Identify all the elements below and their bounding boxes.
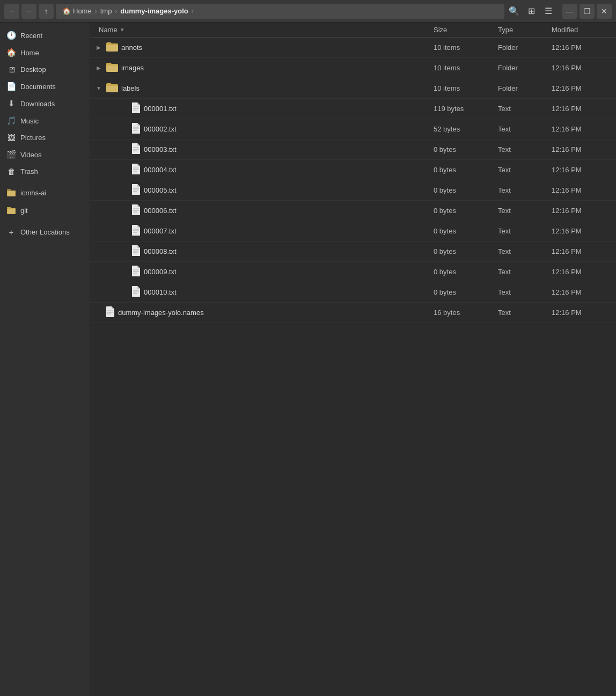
search-button[interactable]: 🔍 xyxy=(507,4,522,19)
table-row[interactable]: 000007.txt0 bytesText12:16 PM xyxy=(90,221,616,241)
titlebar-actions: 🔍 ⊞ ☰ xyxy=(507,4,556,19)
table-row[interactable]: ▶ images10 itemsFolder12:16 PM xyxy=(90,58,616,78)
pictures-icon: 🖼 xyxy=(6,133,16,142)
table-row[interactable]: dummy-images-yolo.names16 bytesText12:16… xyxy=(90,303,616,323)
table-row[interactable]: 000001.txt119 bytesText12:16 PM xyxy=(90,99,616,119)
breadcrumb-home[interactable]: 🏠 Home xyxy=(60,6,94,16)
table-row[interactable]: 000006.txt0 bytesText12:16 PM xyxy=(90,201,616,221)
file-name-cell: dummy-images-yolo.names xyxy=(90,306,434,319)
file-label: images xyxy=(121,64,144,72)
file-size: 0 bytes xyxy=(434,207,498,215)
text-file-icon xyxy=(132,102,141,115)
text-file-icon xyxy=(132,164,141,176)
sidebar-label-downloads: Downloads xyxy=(20,100,83,108)
file-name-cell: ▼ labels xyxy=(90,83,434,94)
file-type: Text xyxy=(498,247,552,255)
restore-button[interactable]: ❐ xyxy=(580,4,595,19)
sidebar-label-desktop: Desktop xyxy=(20,65,83,74)
expand-button[interactable]: ▶ xyxy=(94,64,103,72)
col-type-header[interactable]: Type xyxy=(498,26,552,34)
text-file-icon xyxy=(132,225,141,237)
back-button[interactable]: ← xyxy=(4,4,19,19)
expand-button[interactable]: ▶ xyxy=(94,43,103,52)
sidebar-item-git[interactable]: git xyxy=(0,202,90,219)
expand-button[interactable]: ▼ xyxy=(94,84,103,93)
col-name-label: Name xyxy=(99,26,118,34)
file-label: 000004.txt xyxy=(144,166,177,174)
file-name-cell: 000009.txt xyxy=(90,266,434,278)
file-label: 000007.txt xyxy=(144,227,177,235)
table-row[interactable]: 000004.txt0 bytesText12:16 PM xyxy=(90,160,616,180)
close-button[interactable]: ✕ xyxy=(597,4,612,19)
view-grid-button[interactable]: ⊞ xyxy=(524,4,539,19)
home-icon: 🏠 xyxy=(62,7,71,15)
file-size: 0 bytes xyxy=(434,268,498,276)
breadcrumb-tmp-label: tmp xyxy=(100,7,112,15)
up-button[interactable]: ↑ xyxy=(39,4,54,19)
sidebar-item-music[interactable]: 🎵 Music xyxy=(0,112,90,129)
menu-button[interactable]: ☰ xyxy=(541,4,556,19)
file-modified: 12:16 PM xyxy=(552,84,616,92)
col-modified-header[interactable]: Modified xyxy=(552,26,616,34)
file-name-cell: 000002.txt xyxy=(90,123,434,135)
table-row[interactable]: 000009.txt0 bytesText12:16 PM xyxy=(90,262,616,282)
sidebar-item-home[interactable]: 🏠 Home xyxy=(0,44,90,61)
file-label: 000009.txt xyxy=(144,268,177,276)
folder-icon xyxy=(106,62,118,74)
minimize-button[interactable]: — xyxy=(562,4,577,19)
file-size: 52 bytes xyxy=(434,125,498,133)
sidebar-label-recent: Recent xyxy=(20,32,83,40)
text-file-icon xyxy=(132,143,141,156)
file-name-cell: 000003.txt xyxy=(90,143,434,156)
file-type: Folder xyxy=(498,84,552,92)
breadcrumb-tmp[interactable]: tmp xyxy=(98,6,114,16)
sidebar-item-documents[interactable]: 📄 Documents xyxy=(0,78,90,95)
sidebar-item-downloads[interactable]: ⬇ Downloads xyxy=(0,95,90,112)
sidebar-item-desktop[interactable]: 🖥 Desktop xyxy=(0,61,90,78)
svg-rect-2 xyxy=(8,191,15,196)
trash-icon: 🗑 xyxy=(6,167,16,176)
breadcrumb-sep-1: › xyxy=(95,8,97,15)
sidebar-item-other-locations[interactable]: + Other Locations xyxy=(0,224,90,240)
table-row[interactable]: 000010.txt0 bytesText12:16 PM xyxy=(90,282,616,303)
table-row[interactable]: 000008.txt0 bytesText12:16 PM xyxy=(90,241,616,262)
videos-icon: 🎬 xyxy=(6,150,16,159)
breadcrumb-current[interactable]: dummy-images-yolo xyxy=(118,6,190,16)
sidebar-item-videos[interactable]: 🎬 Videos xyxy=(0,146,90,163)
forward-button[interactable]: → xyxy=(21,4,36,19)
breadcrumb: 🏠 Home › tmp › dummy-images-yolo › xyxy=(56,4,504,19)
file-type: Text xyxy=(498,125,552,133)
file-name-cell: 000007.txt xyxy=(90,225,434,237)
table-row[interactable]: ▼ labels10 itemsFolder12:16 PM xyxy=(90,78,616,99)
file-type: Text xyxy=(498,186,552,194)
text-file-icon xyxy=(132,204,141,217)
file-modified: 12:16 PM xyxy=(552,186,616,194)
content: Name ▼ Size Type Modified ▶ annots10 ite… xyxy=(90,23,616,696)
table-row[interactable]: ▶ annots10 itemsFolder12:16 PM xyxy=(90,38,616,58)
sidebar-item-pictures[interactable]: 🖼 Pictures xyxy=(0,129,90,146)
file-label: labels xyxy=(121,84,140,92)
file-name-cell: 000004.txt xyxy=(90,164,434,176)
file-modified: 12:16 PM xyxy=(552,247,616,255)
sidebar-label-icmhs-ai: icmhs-ai xyxy=(20,189,83,197)
file-name-cell: ▶ annots xyxy=(90,42,434,53)
svg-rect-3 xyxy=(7,207,11,208)
col-name-header[interactable]: Name ▼ xyxy=(90,26,434,34)
file-type: Text xyxy=(498,166,552,174)
file-label: annots xyxy=(121,43,142,52)
file-label: 000010.txt xyxy=(144,288,177,296)
table-row[interactable]: 000002.txt52 bytesText12:16 PM xyxy=(90,119,616,140)
sidebar-item-icmhs-ai[interactable]: icmhs-ai xyxy=(0,184,90,202)
sidebar-item-recent[interactable]: 🕐 Recent xyxy=(0,27,90,44)
table-row[interactable]: 000003.txt0 bytesText12:16 PM xyxy=(90,140,616,160)
file-size: 10 items xyxy=(434,64,498,72)
table-row[interactable]: 000005.txt0 bytesText12:16 PM xyxy=(90,180,616,201)
file-list: ▶ annots10 itemsFolder12:16 PM▶ images10… xyxy=(90,38,616,696)
file-name-cell: 000001.txt xyxy=(90,102,434,115)
sidebar-label-home: Home xyxy=(20,49,83,57)
titlebar: ← → ↑ 🏠 Home › tmp › dummy-images-yolo ›… xyxy=(0,0,616,23)
col-size-header[interactable]: Size xyxy=(434,26,498,34)
sidebar-item-trash[interactable]: 🗑 Trash xyxy=(0,163,90,180)
downloads-icon: ⬇ xyxy=(6,99,16,108)
file-label: 000003.txt xyxy=(144,145,177,153)
